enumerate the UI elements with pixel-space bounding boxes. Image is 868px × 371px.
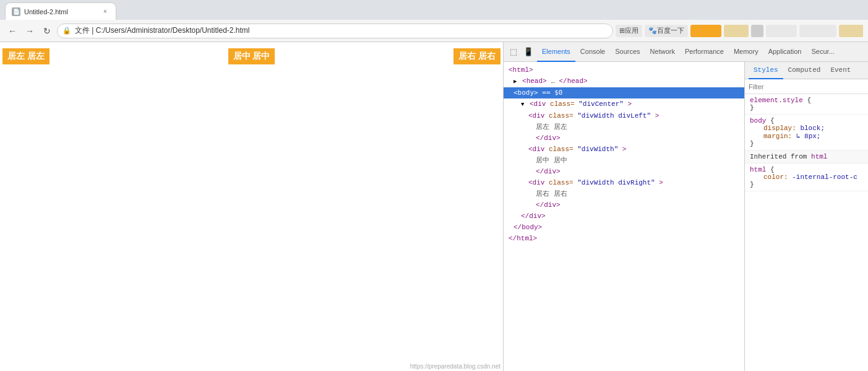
html-line-close-divCenter[interactable]: </div> (504, 211, 744, 222)
devtools-tab-network[interactable]: Network (645, 42, 680, 62)
style-prop-display: display: block; (750, 124, 863, 132)
style-rule-close-element: } (750, 104, 863, 111)
reload-button[interactable]: ↻ (40, 24, 54, 38)
html-line-divRight[interactable]: <div class= "divWidth divRight" > (504, 177, 744, 188)
triangle-head[interactable] (513, 77, 517, 87)
bookmarks-bar: ⊞ 应用 🐾 百度一下 (616, 25, 863, 37)
html-line-text-center: 居中 居中 (504, 155, 744, 166)
subtab-styles[interactable]: Styles (749, 62, 783, 79)
style-rule-body: body { display: block; margin: ↳ 8px; (745, 115, 868, 151)
baidu-bookmark[interactable]: 🐾 百度一下 (645, 25, 688, 37)
apps-bookmark[interactable]: ⊞ 应用 (616, 25, 642, 37)
devtools-tab-application[interactable]: Application (763, 42, 807, 62)
style-rule-selector-html: html { (750, 166, 863, 173)
bookmark-2[interactable] (724, 25, 749, 37)
html-line-close-divWidth[interactable]: </div> (504, 166, 744, 177)
devtools-tab-performance[interactable]: Performance (680, 42, 729, 62)
devtools-tab-console[interactable]: Console (575, 42, 610, 62)
watermark: https://preparedata.blog.csdn.net (410, 363, 501, 370)
bookmark-4[interactable] (766, 25, 797, 37)
back-button[interactable]: ← (5, 24, 20, 38)
address-url: 文件 | C:/Users/Administrator/Desktop/Unti… (75, 25, 608, 36)
html-line-head[interactable]: <head> … </head> (504, 76, 744, 87)
box-right-text: 居右 居右 (458, 51, 496, 61)
subtab-computed[interactable]: Computed (783, 62, 826, 79)
html-line-close-body[interactable]: </body> (504, 222, 744, 233)
devtools-subtabs: Styles Computed Event (745, 62, 868, 79)
devtools-tab-memory[interactable]: Memory (729, 42, 763, 62)
style-rule-close-html: } (750, 181, 863, 188)
html-line-divLeft[interactable]: <div class= "divWidth divLeft" > (504, 110, 744, 121)
forward-button[interactable]: → (22, 24, 37, 38)
security-icon: 🔒 (62, 27, 71, 35)
devtools-device-icon[interactable]: 📱 (522, 46, 535, 58)
navigation-toolbar: ← → ↻ 🔒 文件 | C:/Users/Administrator/Desk… (0, 20, 868, 42)
nav-buttons: ← → ↻ (5, 24, 54, 38)
watermark-text: https://preparedata.blog.csdn.net (410, 363, 501, 370)
tab-bar: 📄 Untitled-2.html × (0, 0, 868, 20)
devtools-tab-security[interactable]: Secur... (806, 42, 839, 62)
html-line-html[interactable]: <html> (504, 64, 744, 76)
box-center-text: 居中 居中 (233, 51, 270, 61)
html-line-body[interactable]: <body> == $0 (504, 87, 744, 98)
baidu-text: 百度一下 (657, 26, 684, 35)
main-area: 居左 居左 居中 居中 居右 居右 https://preparedata.bl… (0, 42, 868, 371)
style-prop-color: color: -internal-root-c (750, 173, 863, 181)
devtools-tab-elements[interactable]: Elements (537, 42, 575, 62)
devtools-inspect-icon[interactable]: ⬚ (507, 46, 520, 58)
box-center: 居中 居中 (228, 48, 275, 64)
html-line-text-left: 居左 居左 (504, 121, 744, 133)
browser-tab-active[interactable]: 📄 Untitled-2.html × (5, 2, 116, 20)
html-line-divWidth[interactable]: <div class= "divWidth" > (504, 144, 744, 155)
tab-close-button[interactable]: × (101, 7, 110, 16)
bookmark-5[interactable] (799, 25, 836, 37)
page-inner: 居左 居左 居中 居中 居右 居右 https://preparedata.bl… (0, 42, 503, 371)
style-rule-selector-element: element.style { (750, 97, 863, 104)
tab-title: Untitled-2.html (24, 8, 97, 15)
baidu-icon: 🐾 (648, 27, 657, 35)
tab-favicon: 📄 (12, 7, 20, 16)
devtools-toolbar: ⬚ 📱 Elements Console Sources Network (504, 42, 868, 62)
html-line-divCenter[interactable]: <div class= "divCenter" > (504, 98, 744, 110)
styles-filter-input[interactable] (749, 83, 864, 90)
devtools-body: <html> <head> … </head> <body> == $0 (504, 62, 868, 371)
triangle-divCenter[interactable] (521, 100, 524, 110)
style-prop-margin: margin: ↳ 8px; (750, 132, 863, 140)
box-right: 居右 居右 (453, 48, 501, 64)
subtab-event[interactable]: Event (825, 62, 856, 79)
apps-text: 应用 (625, 26, 638, 35)
bookmark-6[interactable] (839, 25, 863, 37)
apps-label: ⊞ (619, 27, 625, 35)
browser-frame: 📄 Untitled-2.html × ← → ↻ 🔒 文件 | C:/User… (0, 0, 868, 371)
style-rule-html: html { color: -internal-root-c } (745, 164, 868, 191)
devtools-tabs: Elements Console Sources Network Perform… (537, 42, 864, 62)
html-line-close-divRight[interactable]: </div> (504, 199, 744, 211)
address-bar-container[interactable]: 🔒 文件 | C:/Users/Administrator/Desktop/Un… (57, 24, 613, 38)
devtools-tab-sources[interactable]: Sources (610, 42, 645, 62)
style-rule-selector-body: body { (750, 117, 863, 124)
page-viewport: 居左 居左 居中 居中 居右 居右 https://preparedata.bl… (0, 42, 503, 371)
elements-panel: <html> <head> … </head> <body> == $0 (504, 62, 745, 371)
style-rule-close-body: } (750, 140, 863, 147)
html-line-close-html[interactable]: </html> (504, 233, 744, 244)
box-left: 居左 居左 (2, 48, 49, 64)
html-line-text-right: 居右 居右 (504, 188, 744, 199)
styles-panel: Styles Computed Event (745, 62, 868, 371)
box-left-text: 居左 居左 (7, 51, 45, 61)
style-inherited-title: Inherited from html (745, 151, 868, 164)
html-line-close-divLeft[interactable]: </div> (504, 133, 744, 144)
style-rule-element: element.style { } (745, 94, 868, 115)
devtools-panel: ⬚ 📱 Elements Console Sources Network (503, 42, 868, 371)
styles-filter-bar (745, 79, 868, 94)
bookmark-3[interactable] (751, 25, 763, 37)
bookmark-1[interactable] (690, 25, 721, 37)
